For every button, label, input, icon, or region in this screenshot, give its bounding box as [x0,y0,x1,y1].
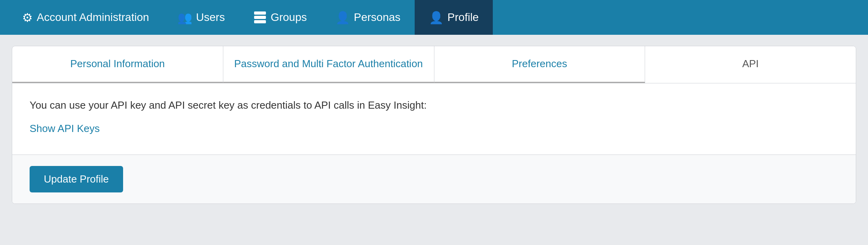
tab-bar: Personal Information Password and Multi … [12,46,856,83]
nav-item-account-administration-label: Account Administration [37,11,149,24]
nav-item-personas-label: Personas [354,11,400,24]
main-content: Personal Information Password and Multi … [0,35,868,215]
gear-icon: ⚙ [22,11,33,24]
card-footer: Update Profile [12,155,856,204]
show-api-keys-link[interactable]: Show API Keys [30,122,100,135]
tab-personal-information[interactable]: Personal Information [12,46,223,83]
nav-item-profile[interactable]: 👤 Profile [415,0,493,35]
nav-item-account-administration[interactable]: ⚙ Account Administration [8,0,163,35]
update-profile-button[interactable]: Update Profile [30,166,123,192]
api-description-text: You can use your API key and API secret … [30,99,838,111]
tab-preferences[interactable]: Preferences [434,46,645,83]
tab-api[interactable]: API [645,46,856,83]
users-icon: 👥 [178,11,192,24]
nav-item-groups-label: Groups [271,11,307,24]
personas-icon: 👤 [335,11,350,24]
svg-rect-1 [254,16,266,19]
nav-item-groups[interactable]: Groups [239,0,321,35]
groups-icon [253,11,267,23]
profile-icon: 👤 [429,11,443,24]
nav-item-profile-label: Profile [447,11,479,24]
card-body: You can use your API key and API secret … [12,83,856,155]
tab-password-mfa[interactable]: Password and Multi Factor Authentication [223,46,434,83]
top-navigation: ⚙ Account Administration 👥 Users Groups … [0,0,868,35]
nav-item-users[interactable]: 👥 Users [163,0,239,35]
profile-card: Personal Information Password and Multi … [12,46,856,204]
svg-rect-0 [254,11,266,15]
nav-item-personas[interactable]: 👤 Personas [321,0,415,35]
svg-rect-2 [254,20,266,23]
nav-item-users-label: Users [196,11,225,24]
